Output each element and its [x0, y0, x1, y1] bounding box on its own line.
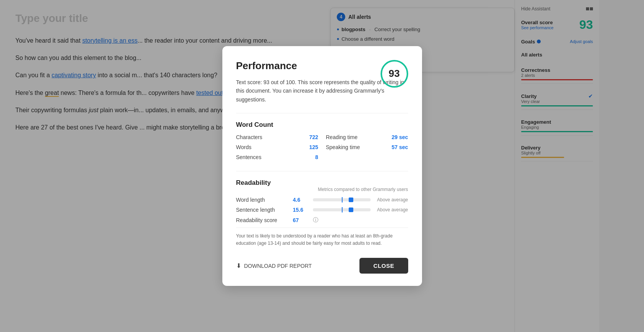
sentence-length-marker — [349, 208, 353, 212]
readability-description: Your text is likely to be understood by … — [236, 227, 408, 247]
readability-title: Readability — [236, 179, 271, 187]
word-length-value: 4.6 — [293, 197, 310, 203]
download-icon: ⬇ — [236, 262, 241, 269]
readability-score-label: Readability score — [236, 217, 290, 223]
stat-speaking-time-value: 57 sec — [392, 144, 408, 150]
stat-characters-label: Characters — [236, 134, 262, 140]
stat-characters: Characters 722 — [236, 134, 318, 140]
readability-info-icon[interactable]: ⓘ — [313, 217, 318, 224]
stat-sentences-value: 8 — [315, 154, 318, 160]
word-length-avg: Above average — [374, 197, 408, 203]
sentence-length-avg-line — [342, 207, 343, 212]
stat-sentences-label: Sentences — [236, 154, 262, 160]
stat-speaking-time-label: Speaking time — [326, 144, 360, 150]
stat-characters-value: 722 — [309, 134, 318, 140]
score-circle: 93 — [381, 60, 408, 88]
word-count-title: Word Count — [236, 121, 408, 129]
word-length-marker — [349, 198, 353, 202]
stat-speaking-time: Speaking time 57 sec — [326, 144, 408, 150]
sentence-length-bar — [313, 208, 371, 211]
readability-sentence-length: Sentence length 15.6 Above average — [236, 207, 408, 213]
divider-1 — [236, 113, 408, 113]
stat-words: Words 125 — [236, 144, 318, 150]
performance-modal: 93 Performance Text score: 93 out of 100… — [222, 46, 422, 286]
stat-sentences: Sentences 8 — [236, 154, 318, 160]
word-length-avg-line — [342, 197, 343, 203]
stats-grid: Characters 722 Reading time 29 sec Words… — [236, 134, 408, 160]
sentence-length-avg: Above average — [374, 207, 408, 212]
readability-score-value: 67 — [293, 217, 310, 223]
stat-reading-time-value: 29 sec — [392, 134, 408, 140]
stat-words-value: 125 — [309, 144, 318, 150]
stat-reading-time-label: Reading time — [326, 134, 358, 140]
readability-metrics-label: Metrics compared to other Grammarly user… — [318, 187, 408, 192]
sentence-length-label: Sentence length — [236, 207, 290, 213]
divider-2 — [236, 171, 408, 171]
modal-footer: ⬇ DOWNLOAD PDF REPORT CLOSE — [236, 258, 408, 274]
modal-score-value: 93 — [389, 68, 400, 80]
close-button[interactable]: CLOSE — [359, 258, 408, 274]
sentence-length-value: 15.6 — [293, 207, 310, 213]
stat-words-label: Words — [236, 144, 252, 150]
word-length-label: Word length — [236, 197, 290, 203]
modal-overlay: 93 Performance Text score: 93 out of 100… — [0, 0, 644, 332]
download-pdf-button[interactable]: ⬇ DOWNLOAD PDF REPORT — [236, 262, 312, 269]
score-circle-wrapper: 93 — [381, 60, 408, 88]
download-label: DOWNLOAD PDF REPORT — [244, 263, 312, 269]
readability-header: Readability Metrics compared to other Gr… — [236, 179, 408, 192]
readability-score-row: Readability score 67 ⓘ — [236, 217, 408, 224]
stat-reading-time: Reading time 29 sec — [326, 134, 408, 140]
readability-word-length: Word length 4.6 Above average — [236, 197, 408, 203]
word-length-bar — [313, 198, 371, 201]
